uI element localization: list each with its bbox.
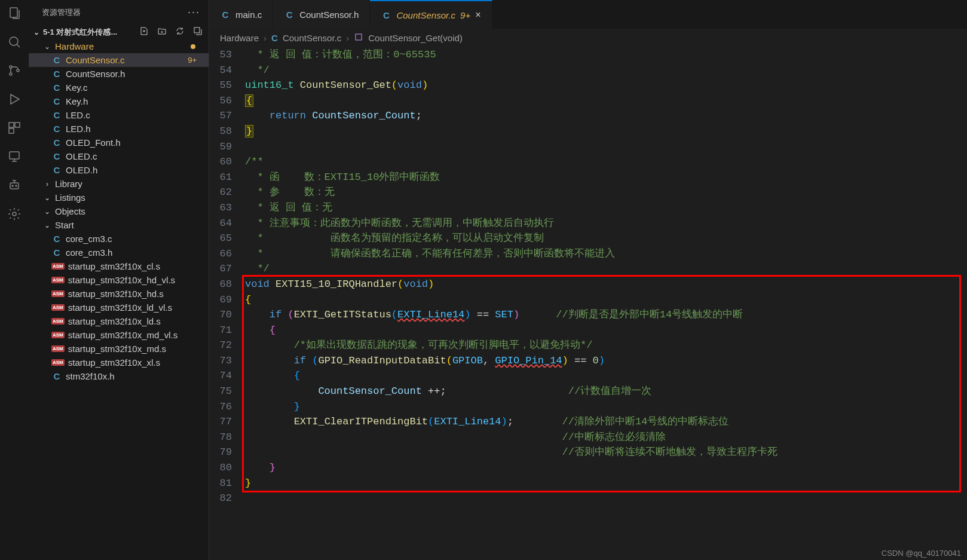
folder-library[interactable]: ›Library: [29, 177, 209, 191]
file-Key.h[interactable]: CKey.h: [29, 94, 209, 108]
folder-listings[interactable]: ⌄Listings: [29, 191, 209, 204]
folder-start[interactable]: ⌄Start: [29, 218, 209, 232]
code-content[interactable]: * 返 回 值：计数值，范围：0~65535 */uint16_t CountS…: [245, 47, 967, 560]
folder-hardware[interactable]: ⌄Hardware: [29, 39, 209, 53]
line-numbers: 5354555657585960616263646566676869707172…: [209, 47, 245, 560]
code-line-54[interactable]: */: [245, 63, 967, 78]
code-line-70[interactable]: if (EXTI_GetITStatus(EXTI_Line14) == SET…: [245, 307, 967, 323]
folder-objects[interactable]: ⌄Objects: [29, 204, 209, 218]
tab-CountSensor.h[interactable]: CCountSensor.h: [273, 0, 370, 29]
code-line-60[interactable]: /**: [245, 154, 967, 170]
refresh-icon[interactable]: [175, 26, 185, 38]
line-number: 56: [209, 93, 232, 109]
file-startup_stm32f10x_md_vl.s[interactable]: ASMstartup_stm32f10x_md_vl.s: [29, 328, 209, 342]
source-control-icon[interactable]: [6, 62, 23, 79]
item-label: startup_stm32f10x_xl.s: [68, 357, 160, 368]
code-line-53[interactable]: * 返 回 值：计数值，范围：0~65535: [245, 47, 967, 63]
settings-icon[interactable]: [6, 206, 23, 222]
code-line-67[interactable]: */: [245, 261, 967, 277]
code-line-55[interactable]: uint16_t CountSensor_Get(void): [245, 78, 967, 93]
code-line-64[interactable]: * 注意事项：此函数为中断函数，无需调用，中断触发后自动执行: [245, 216, 967, 231]
file-core_cm3.c[interactable]: Ccore_cm3.c: [29, 232, 209, 246]
item-label: CountSensor.c: [66, 55, 124, 65]
item-label: Listings: [55, 192, 85, 203]
breadcrumb-item[interactable]: CountSensor_Get(void): [368, 33, 463, 43]
sidebar-more-icon[interactable]: ···: [188, 6, 200, 19]
new-folder-icon[interactable]: [157, 26, 167, 38]
watermark: CSDN @qq_40170041: [882, 549, 961, 558]
file-OLED.c[interactable]: COLED.c: [29, 149, 209, 163]
c-file-icon: C: [271, 33, 278, 43]
breadcrumb-item[interactable]: Hardware: [220, 33, 259, 43]
item-label: Start: [55, 220, 74, 230]
file-Key.c[interactable]: CKey.c: [29, 81, 209, 94]
svg-point-2: [10, 66, 12, 68]
svg-rect-14: [356, 34, 362, 40]
code-line-75[interactable]: CountSensor_Count ++; //计数值自增一次: [245, 384, 967, 399]
code-line-59[interactable]: [245, 139, 967, 155]
new-file-icon[interactable]: [139, 26, 149, 38]
file-startup_stm32f10x_hd_vl.s[interactable]: ASMstartup_stm32f10x_hd_vl.s: [29, 273, 209, 287]
collapse-icon[interactable]: [193, 26, 203, 38]
code-line-69[interactable]: {: [245, 292, 967, 308]
project-root[interactable]: ⌄ 5-1 对射式红外传感...: [32, 27, 117, 38]
code-line-66[interactable]: * 请确保函数名正确，不能有任何差异，否则中断函数将不能进入: [245, 246, 967, 262]
file-startup_stm32f10x_cl.s[interactable]: ASMstartup_stm32f10x_cl.s: [29, 259, 209, 273]
code-line-62[interactable]: * 参 数：无: [245, 185, 967, 200]
code-editor[interactable]: 5354555657585960616263646566676869707172…: [209, 47, 967, 560]
file-startup_stm32f10x_ld.s[interactable]: ASMstartup_stm32f10x_ld.s: [29, 314, 209, 328]
robot-icon[interactable]: [6, 177, 23, 194]
file-CountSensor.h[interactable]: CCountSensor.h: [29, 67, 209, 81]
line-number: 78: [209, 430, 232, 445]
line-number: 68: [209, 277, 232, 292]
keil-icon[interactable]: [6, 148, 23, 165]
file-OLED.h[interactable]: COLED.h: [29, 163, 209, 177]
file-startup_stm32f10x_md.s[interactable]: ASMstartup_stm32f10x_md.s: [29, 342, 209, 356]
code-line-63[interactable]: * 返 回 值：无: [245, 200, 967, 216]
code-line-80[interactable]: }: [245, 460, 967, 476]
code-line-61[interactable]: * 函 数：EXTI15_10外部中断函数: [245, 170, 967, 185]
code-line-71[interactable]: {: [245, 323, 967, 338]
code-line-68[interactable]: void EXTI15_10_IRQHandler(void): [245, 277, 967, 292]
file-OLED_Font.h[interactable]: COLED_Font.h: [29, 136, 209, 149]
code-line-72[interactable]: /*如果出现数据乱跳的现象，可再次判断引脚电平，以避免抖动*/: [245, 338, 967, 353]
search-icon[interactable]: [6, 33, 23, 50]
tab-main.c[interactable]: Cmain.c: [209, 0, 273, 29]
file-startup_stm32f10x_xl.s[interactable]: ASMstartup_stm32f10x_xl.s: [29, 356, 209, 369]
code-line-76[interactable]: }: [245, 399, 967, 415]
file-startup_stm32f10x_hd.s[interactable]: ASMstartup_stm32f10x_hd.s: [29, 287, 209, 301]
file-LED.h[interactable]: CLED.h: [29, 122, 209, 136]
tab-CountSensor.c[interactable]: CCountSensor.c9+×: [370, 0, 492, 29]
code-line-81[interactable]: }: [245, 476, 967, 491]
code-line-73[interactable]: if (GPIO_ReadInputDataBit(GPIOB, GPIO_Pi…: [245, 353, 967, 369]
run-icon[interactable]: [6, 91, 23, 108]
svg-rect-8: [10, 152, 19, 159]
item-label: startup_stm32f10x_hd.s: [68, 289, 164, 299]
item-label: startup_stm32f10x_cl.s: [68, 261, 160, 271]
code-line-82[interactable]: [245, 491, 967, 506]
item-label: LED.h: [66, 124, 91, 134]
extensions-icon[interactable]: [6, 120, 23, 136]
c-file-icon: C: [51, 165, 62, 175]
asm-file-icon: ASM: [51, 359, 65, 366]
close-icon[interactable]: ×: [475, 10, 481, 20]
svg-point-4: [17, 69, 19, 72]
code-line-57[interactable]: return CountSensor_Count;: [245, 108, 967, 124]
code-line-78[interactable]: //中断标志位必须清除: [245, 430, 967, 445]
breadcrumb-item[interactable]: CountSensor.c: [283, 33, 341, 43]
line-number: 57: [209, 108, 232, 124]
code-line-77[interactable]: EXTI_ClearITPendingBit(EXTI_Line14); //清…: [245, 414, 967, 430]
code-line-74[interactable]: {: [245, 368, 967, 384]
file-core_cm3.h[interactable]: Ccore_cm3.h: [29, 246, 209, 259]
code-line-58[interactable]: }: [245, 124, 967, 139]
breadcrumb-separator: ›: [264, 33, 267, 43]
file-startup_stm32f10x_ld_vl.s[interactable]: ASMstartup_stm32f10x_ld_vl.s: [29, 301, 209, 314]
code-line-65[interactable]: * 函数名为预留的指定名称，可以从启动文件复制: [245, 231, 967, 246]
file-LED.c[interactable]: CLED.c: [29, 108, 209, 122]
files-icon[interactable]: [6, 5, 23, 22]
file-stm32f10x.h[interactable]: Cstm32f10x.h: [29, 369, 209, 383]
file-CountSensor.c[interactable]: CCountSensor.c9+: [29, 53, 209, 67]
item-label: startup_stm32f10x_ld.s: [68, 316, 161, 326]
code-line-79[interactable]: //否则中断将连续不断地触发，导致主程序卡死: [245, 445, 967, 460]
code-line-56[interactable]: {: [245, 93, 967, 109]
